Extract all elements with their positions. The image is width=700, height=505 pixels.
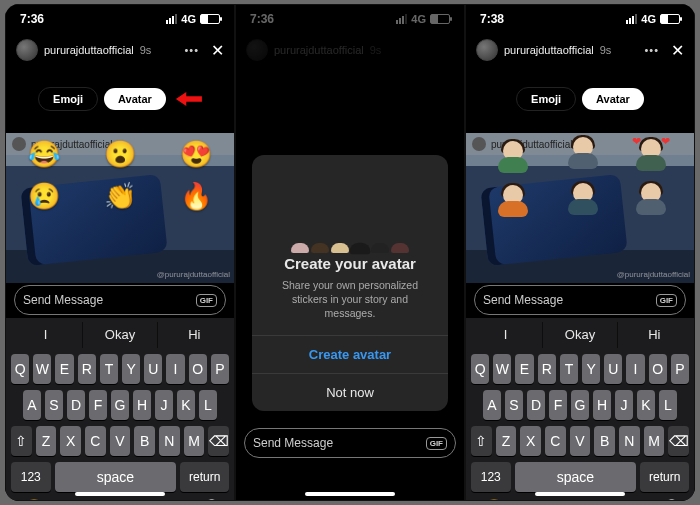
avatar[interactable] (16, 39, 38, 61)
key-q[interactable]: Q (471, 354, 489, 384)
key-numbers[interactable]: 123 (471, 462, 511, 492)
key-d[interactable]: D (67, 390, 85, 420)
key-p[interactable]: P (671, 354, 689, 384)
message-input[interactable]: Send Message GIF (474, 285, 686, 315)
suggestion-3[interactable]: Hi (158, 322, 231, 348)
emoji-keyboard-icon[interactable]: 😀 (483, 498, 505, 501)
more-icon[interactable]: ••• (184, 44, 199, 56)
tab-avatar[interactable]: Avatar (104, 88, 166, 110)
key-o[interactable]: O (189, 354, 207, 384)
key-b[interactable]: B (594, 426, 615, 456)
key-a[interactable]: A (23, 390, 41, 420)
key-y[interactable]: Y (582, 354, 600, 384)
story-username[interactable]: pururajduttaofficial (504, 44, 594, 56)
story-username[interactable]: pururajduttaofficial (44, 44, 134, 56)
more-icon[interactable]: ••• (644, 44, 659, 56)
avatar-sticker-clap[interactable] (566, 183, 600, 217)
tab-emoji[interactable]: Emoji (38, 87, 98, 111)
key-t[interactable]: T (100, 354, 118, 384)
key-t[interactable]: T (560, 354, 578, 384)
key-s[interactable]: S (45, 390, 63, 420)
avatar-sticker-laugh[interactable] (496, 141, 530, 175)
gif-button[interactable]: GIF (426, 437, 447, 450)
key-g[interactable]: G (571, 390, 589, 420)
key-n[interactable]: N (619, 426, 640, 456)
emoji-keyboard-icon[interactable]: 😀 (23, 498, 45, 501)
key-shift[interactable]: ⇧ (471, 426, 492, 456)
key-b[interactable]: B (134, 426, 155, 456)
key-z[interactable]: Z (496, 426, 517, 456)
key-numbers[interactable]: 123 (11, 462, 51, 492)
emoji-fire[interactable]: 🔥 (180, 181, 212, 212)
key-m[interactable]: M (644, 426, 665, 456)
avatar[interactable] (476, 39, 498, 61)
key-w[interactable]: W (493, 354, 511, 384)
key-f[interactable]: F (89, 390, 107, 420)
key-n[interactable]: N (159, 426, 180, 456)
key-a[interactable]: A (483, 390, 501, 420)
suggestion-3[interactable]: Hi (618, 322, 691, 348)
key-o[interactable]: O (649, 354, 667, 384)
key-w[interactable]: W (33, 354, 51, 384)
emoji-laugh[interactable]: 😂 (28, 139, 60, 170)
key-delete[interactable]: ⌫ (208, 426, 229, 456)
emoji-wow[interactable]: 😮 (104, 139, 136, 170)
close-icon[interactable]: ✕ (671, 41, 684, 60)
key-d[interactable]: D (527, 390, 545, 420)
key-u[interactable]: U (604, 354, 622, 384)
create-avatar-button[interactable]: Create avatar (252, 335, 448, 373)
key-space[interactable]: space (515, 462, 637, 492)
key-shift[interactable]: ⇧ (11, 426, 32, 456)
mic-icon[interactable]: 🎤 (195, 498, 217, 501)
key-m[interactable]: M (184, 426, 205, 456)
key-y[interactable]: Y (122, 354, 140, 384)
key-l[interactable]: L (199, 390, 217, 420)
key-i[interactable]: I (626, 354, 644, 384)
key-c[interactable]: C (85, 426, 106, 456)
emoji-hearteyes[interactable]: 😍 (180, 139, 212, 170)
message-input[interactable]: Send Message GIF (244, 428, 456, 458)
key-delete[interactable]: ⌫ (668, 426, 689, 456)
key-h[interactable]: H (593, 390, 611, 420)
key-v[interactable]: V (110, 426, 131, 456)
mic-icon[interactable]: 🎤 (655, 498, 677, 501)
key-c[interactable]: C (545, 426, 566, 456)
key-s[interactable]: S (505, 390, 523, 420)
key-p[interactable]: P (211, 354, 229, 384)
key-x[interactable]: X (520, 426, 541, 456)
tab-emoji[interactable]: Emoji (516, 87, 576, 111)
close-icon[interactable]: ✕ (211, 41, 224, 60)
emoji-clap[interactable]: 👏 (104, 181, 136, 212)
key-z[interactable]: Z (36, 426, 57, 456)
key-e[interactable]: E (515, 354, 533, 384)
key-e[interactable]: E (55, 354, 73, 384)
key-g[interactable]: G (111, 390, 129, 420)
key-r[interactable]: R (538, 354, 556, 384)
key-j[interactable]: J (155, 390, 173, 420)
not-now-button[interactable]: Not now (252, 373, 448, 411)
tab-avatar[interactable]: Avatar (582, 88, 644, 110)
avatar-sticker-cry[interactable] (496, 185, 530, 219)
key-x[interactable]: X (60, 426, 81, 456)
key-h[interactable]: H (133, 390, 151, 420)
key-f[interactable]: F (549, 390, 567, 420)
avatar-sticker-hearteyes[interactable] (634, 139, 668, 173)
key-q[interactable]: Q (11, 354, 29, 384)
key-v[interactable]: V (570, 426, 591, 456)
home-indicator[interactable] (535, 492, 625, 496)
suggestion-1[interactable]: I (9, 322, 83, 348)
key-k[interactable]: K (177, 390, 195, 420)
key-u[interactable]: U (144, 354, 162, 384)
gif-button[interactable]: GIF (656, 294, 677, 307)
key-return[interactable]: return (640, 462, 689, 492)
suggestion-1[interactable]: I (469, 322, 543, 348)
key-k[interactable]: K (637, 390, 655, 420)
home-indicator[interactable] (305, 492, 395, 496)
home-indicator[interactable] (75, 492, 165, 496)
key-l[interactable]: L (659, 390, 677, 420)
key-space[interactable]: space (55, 462, 177, 492)
key-i[interactable]: I (166, 354, 184, 384)
key-return[interactable]: return (180, 462, 229, 492)
avatar-sticker-celebrate[interactable] (634, 183, 668, 217)
key-r[interactable]: R (78, 354, 96, 384)
